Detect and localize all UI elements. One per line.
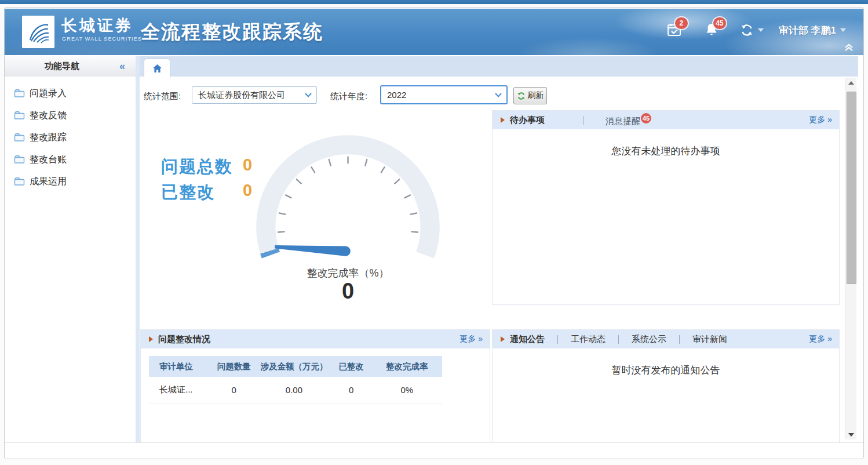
scope-filter-label: 统计范围: bbox=[144, 88, 181, 105]
folder-icon bbox=[14, 177, 25, 186]
cell-audit-unit: 长城证... bbox=[149, 384, 210, 395]
notice-more-link[interactable]: 更多 » bbox=[809, 334, 832, 344]
issues-panel-header: 问题整改情况 更多 » bbox=[141, 330, 490, 348]
col-audit-unit: 审计单位 bbox=[149, 361, 210, 372]
tab-notices[interactable]: 通知公告 bbox=[510, 334, 545, 345]
separator bbox=[583, 116, 583, 125]
issues-more-link[interactable]: 更多 » bbox=[459, 334, 483, 344]
footer-bar bbox=[5, 442, 863, 458]
col-amount: 涉及金额（万元） bbox=[257, 361, 331, 372]
app-window: 长城证券 GREAT WALL SECURITIES 全流程整改跟踪系统 2 bbox=[4, 7, 864, 459]
issues-panel-title: 问题整改情况 bbox=[158, 334, 210, 345]
double-chevron-up-icon bbox=[844, 43, 854, 52]
scrollbar-thumb[interactable] bbox=[847, 92, 856, 284]
notifications-button[interactable]: 45 bbox=[705, 23, 720, 38]
app-header: 长城证券 GREAT WALL SECURITIES 全流程整改跟踪系统 2 bbox=[5, 9, 863, 55]
cell-issue-count: 0 bbox=[210, 385, 257, 395]
sidebar-item-results-usage[interactable]: 成果运用 bbox=[5, 170, 136, 192]
sidebar-item-rectify-feedback[interactable]: 整改反馈 bbox=[5, 104, 136, 126]
todo-empty-message: 您没有未处理的待办事项 bbox=[493, 129, 839, 158]
select-chevron-down-icon bbox=[305, 93, 312, 97]
arrow-up-icon bbox=[848, 81, 854, 85]
sidebar-nav: 问题录入 整改反馈 整改跟踪 整改台账 成果运用 bbox=[5, 77, 136, 442]
page-title: 全流程整改跟踪系统 bbox=[141, 19, 323, 45]
app-screenshot: 长城证券 GREAT WALL SECURITIES 全流程整改跟踪系统 2 bbox=[0, 0, 868, 465]
main-scrollbar[interactable] bbox=[845, 78, 856, 439]
wave-logo-icon bbox=[26, 20, 50, 44]
browser-top-strip bbox=[0, 0, 868, 4]
col-fixed: 已整改 bbox=[331, 361, 372, 372]
sidebar-item-label: 整改台账 bbox=[30, 154, 67, 166]
scope-select[interactable]: 长城证券股份有限公司 bbox=[192, 86, 317, 104]
company-name-cn: 长城证券 bbox=[61, 15, 133, 36]
sidebar-item-label: 整改跟踪 bbox=[30, 132, 67, 144]
sidebar-splitter[interactable] bbox=[136, 56, 140, 442]
user-chevron-down-icon[interactable] bbox=[840, 28, 846, 32]
panel-bullet-icon bbox=[149, 336, 153, 342]
tab-message-alerts[interactable]: 消息提醒45 bbox=[606, 113, 651, 127]
todo-more-link[interactable]: 更多 » bbox=[809, 115, 832, 125]
scroll-down-button[interactable] bbox=[846, 430, 856, 439]
sidebar-item-issue-entry[interactable]: 问题录入 bbox=[5, 82, 136, 104]
col-completion-rate: 整改完成率 bbox=[372, 361, 442, 372]
select-chevron-down-icon bbox=[495, 93, 502, 97]
folder-icon bbox=[14, 111, 25, 120]
separator bbox=[679, 335, 680, 344]
total-issues-label: 问题总数 bbox=[161, 155, 233, 179]
notification-count-badge[interactable]: 45 bbox=[713, 17, 726, 29]
scroll-up-button[interactable] bbox=[846, 78, 856, 88]
completion-gauge-chart bbox=[236, 134, 459, 277]
sidebar-header: 功能导航 « bbox=[5, 56, 136, 77]
tab-work-updates[interactable]: 工作动态 bbox=[571, 334, 606, 345]
tab-system-announcements[interactable]: 系统公示 bbox=[632, 334, 666, 345]
table-row[interactable]: 长城证... 0 0.00 0 0% bbox=[149, 377, 442, 404]
scope-select-value: 长城证券股份有限公司 bbox=[192, 90, 305, 101]
tab-bar bbox=[140, 56, 858, 77]
gauge-value: 0 bbox=[236, 279, 459, 304]
chevron-down-icon bbox=[758, 28, 764, 32]
task-count-badge[interactable]: 2 bbox=[675, 17, 688, 29]
tab-audit-news[interactable]: 审计新闻 bbox=[692, 334, 727, 345]
separator bbox=[557, 335, 558, 344]
folder-icon bbox=[14, 89, 25, 98]
col-issue-count: 问题数量 bbox=[210, 361, 257, 372]
sidebar-item-label: 问题录入 bbox=[30, 88, 67, 100]
sidebar-item-label: 成果运用 bbox=[30, 176, 67, 188]
sidebar-item-label: 整改反馈 bbox=[30, 110, 67, 122]
message-count-badge: 45 bbox=[641, 113, 651, 123]
cell-amount: 0.00 bbox=[257, 385, 331, 395]
todo-tasks-button[interactable]: 2 bbox=[667, 23, 682, 38]
company-logo bbox=[22, 16, 54, 48]
refresh-button[interactable]: 刷新 bbox=[513, 87, 547, 104]
refresh-session-button[interactable] bbox=[740, 23, 764, 37]
separator bbox=[618, 335, 619, 344]
year-filter-label: 统计年度: bbox=[330, 88, 367, 105]
cell-completion-rate: 0% bbox=[372, 385, 442, 395]
notice-panel: 通知公告 工作动态 系统公示 审计新闻 更多 » 暂时没有发布的通知公告 bbox=[492, 329, 840, 442]
gauge-axis-label: 整改完成率（%） bbox=[236, 266, 459, 280]
home-icon bbox=[152, 64, 162, 73]
sidebar-item-rectify-ledger[interactable]: 整改台账 bbox=[5, 148, 136, 170]
tab-home[interactable] bbox=[144, 59, 170, 78]
todo-panel: 待办事项 消息提醒45 更多 » 您没有未处理的待办事项 bbox=[492, 110, 840, 305]
sidebar-collapse-icon[interactable]: « bbox=[119, 60, 136, 72]
arrow-down-icon bbox=[848, 433, 854, 437]
refresh-button-label: 刷新 bbox=[528, 90, 544, 101]
issues-panel: 问题整改情况 更多 » 审计单位 问题数量 涉及金额（万元） 已整改 整改完成率… bbox=[140, 329, 490, 442]
tab-message-alerts-label: 消息提醒 bbox=[606, 116, 640, 126]
tab-todo-items[interactable]: 待办事项 bbox=[510, 115, 545, 126]
collapse-header-button[interactable] bbox=[844, 43, 854, 55]
sidebar-item-rectify-tracking[interactable]: 整改跟踪 bbox=[5, 126, 136, 148]
sidebar-title: 功能导航 bbox=[5, 61, 119, 72]
header-toolbar: 2 45 bbox=[667, 23, 846, 38]
notice-empty-message: 暂时没有发布的通知公告 bbox=[493, 348, 839, 377]
panel-bullet-icon bbox=[501, 336, 505, 342]
fixed-issues-label: 已整改 bbox=[161, 181, 215, 204]
refresh-icon bbox=[517, 92, 526, 100]
year-select[interactable]: 2022 bbox=[380, 85, 508, 104]
user-menu[interactable]: 审计部 李鹏1 bbox=[779, 24, 836, 37]
gauge-needle bbox=[275, 245, 350, 256]
todo-panel-header: 待办事项 消息提醒45 更多 » bbox=[493, 111, 839, 129]
sync-icon bbox=[740, 23, 754, 37]
folder-icon bbox=[14, 133, 25, 142]
